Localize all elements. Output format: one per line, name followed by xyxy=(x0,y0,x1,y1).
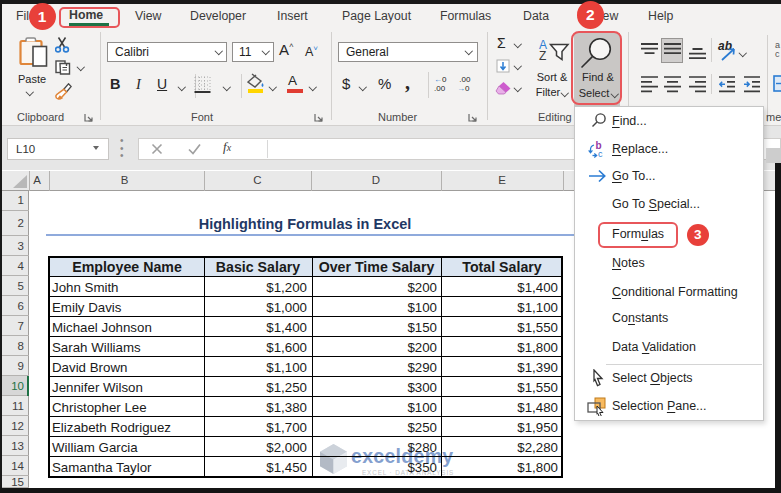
svg-text:c: c xyxy=(598,149,603,159)
